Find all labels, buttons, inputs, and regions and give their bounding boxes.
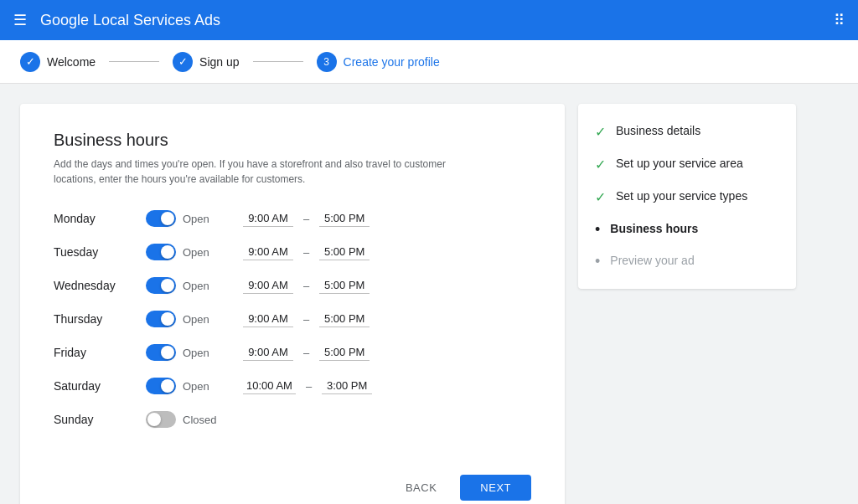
toggle-label-tuesday: Open <box>183 246 209 259</box>
business-hours-card: Business hours Add the days and times yo… <box>20 104 565 504</box>
toggle-container-saturday: Open <box>146 378 230 394</box>
time-separator-thursday: – <box>303 313 309 326</box>
sidebar-label-service-types: Set up your service types <box>616 189 747 203</box>
day-row-wednesday: WednesdayOpen9:00 AM–5:00 PM <box>54 277 531 294</box>
open-time-friday[interactable]: 9:00 AM <box>243 344 293 361</box>
time-separator-wednesday: – <box>303 280 309 292</box>
time-range-wednesday: 9:00 AM–5:00 PM <box>243 277 370 294</box>
toggle-container-monday: Open <box>146 210 230 227</box>
sidebar-item-service-area: ✓Set up your service area <box>595 157 779 172</box>
sidebar-label-service-area: Set up your service area <box>616 157 743 170</box>
time-separator-monday: – <box>303 213 309 225</box>
toggle-wednesday[interactable] <box>146 277 176 294</box>
step-profile: 3 Create your profile <box>317 52 440 72</box>
toggle-container-sunday: Closed <box>146 411 230 428</box>
dot-icon-business-hours: • <box>595 222 600 237</box>
day-row-saturday: SaturdayOpen10:00 AM–3:00 PM <box>54 378 531 394</box>
toggle-label-thursday: Open <box>183 313 209 326</box>
toggle-knob-sunday <box>147 413 161 426</box>
back-button[interactable]: BACK <box>392 475 450 501</box>
day-row-monday: MondayOpen9:00 AM–5:00 PM <box>54 210 531 227</box>
step-connector-1 <box>109 61 159 62</box>
toggle-label-sunday: Closed <box>183 414 216 426</box>
open-time-saturday[interactable]: 10:00 AM <box>243 378 296 394</box>
day-row-friday: FridayOpen9:00 AM–5:00 PM <box>54 344 531 361</box>
next-button[interactable]: NEXT <box>460 475 531 501</box>
sidebar-items-container: ✓Business details✓Set up your service ar… <box>595 124 779 269</box>
sidebar-label-business-hours: Business hours <box>610 222 698 235</box>
day-row-thursday: ThursdayOpen9:00 AM–5:00 PM <box>54 311 531 327</box>
step-welcome-label: Welcome <box>47 55 96 69</box>
close-time-wednesday[interactable]: 5:00 PM <box>319 277 370 294</box>
toggle-thursday[interactable] <box>146 311 176 327</box>
day-row-sunday: SundayClosed <box>54 411 531 428</box>
toggle-sunday[interactable] <box>146 411 176 428</box>
toggle-knob-friday <box>161 346 174 359</box>
dot-icon-preview-ad: • <box>595 254 600 269</box>
open-time-wednesday[interactable]: 9:00 AM <box>243 277 293 294</box>
toggle-container-thursday: Open <box>146 311 230 327</box>
toggle-saturday[interactable] <box>146 378 176 394</box>
day-name-monday: Monday <box>54 212 146 225</box>
step-signup-label: Sign up <box>199 55 239 69</box>
toggle-knob-tuesday <box>161 245 174 259</box>
time-range-tuesday: 9:00 AM–5:00 PM <box>243 244 370 260</box>
toggle-friday[interactable] <box>146 344 176 361</box>
toggle-knob-monday <box>161 212 174 225</box>
step-welcome-circle <box>20 52 40 72</box>
sidebar-item-service-types: ✓Set up your service types <box>595 189 779 205</box>
stepper: Welcome Sign up 3 Create your profile <box>0 40 858 84</box>
menu-icon[interactable]: ☰ <box>13 11 27 29</box>
time-range-monday: 9:00 AM–5:00 PM <box>243 210 370 227</box>
step-welcome: Welcome <box>20 52 96 72</box>
day-name-saturday: Saturday <box>54 379 146 393</box>
toggle-label-saturday: Open <box>183 380 209 393</box>
sidebar-label-preview-ad: Preview your ad <box>610 254 694 267</box>
toggle-container-friday: Open <box>146 344 230 361</box>
time-range-friday: 9:00 AM–5:00 PM <box>243 344 370 361</box>
toggle-knob-wednesday <box>161 279 174 292</box>
time-separator-saturday: – <box>306 380 312 393</box>
check-icon-business-details: ✓ <box>595 124 606 140</box>
toggle-tuesday[interactable] <box>146 244 176 260</box>
open-time-tuesday[interactable]: 9:00 AM <box>243 244 293 260</box>
open-time-thursday[interactable]: 9:00 AM <box>243 311 293 327</box>
toggle-knob-saturday <box>161 379 174 393</box>
toggle-knob-thursday <box>161 312 174 326</box>
toggle-label-friday: Open <box>183 347 209 359</box>
sidebar-item-preview-ad: •Preview your ad <box>595 254 779 269</box>
toggle-label-monday: Open <box>183 213 209 225</box>
card-footer: BACK NEXT <box>54 461 531 501</box>
days-container: MondayOpen9:00 AM–5:00 PMTuesdayOpen9:00… <box>54 210 531 428</box>
check-icon-service-types: ✓ <box>595 189 606 205</box>
close-time-thursday[interactable]: 5:00 PM <box>319 311 370 327</box>
card-description: Add the days and times you're open. If y… <box>54 157 456 187</box>
step-profile-label: Create your profile <box>344 55 440 69</box>
day-name-tuesday: Tuesday <box>54 245 146 259</box>
main-content: Business hours Add the days and times yo… <box>0 84 858 504</box>
time-range-saturday: 10:00 AM–3:00 PM <box>243 378 372 394</box>
grid-icon[interactable]: ⠿ <box>834 11 845 29</box>
close-time-friday[interactable]: 5:00 PM <box>319 344 370 361</box>
time-separator-friday: – <box>303 347 309 359</box>
close-time-tuesday[interactable]: 5:00 PM <box>319 244 370 260</box>
card-title: Business hours <box>54 131 531 150</box>
header: ☰ Google Local Services Ads ⠿ <box>0 0 858 40</box>
time-separator-tuesday: – <box>303 246 309 259</box>
day-name-sunday: Sunday <box>54 413 146 426</box>
step-signup-circle <box>173 52 193 72</box>
toggle-monday[interactable] <box>146 210 176 227</box>
day-name-wednesday: Wednesday <box>54 279 146 292</box>
app-title: Google Local Services Ads <box>40 12 220 29</box>
day-name-friday: Friday <box>54 346 146 359</box>
toggle-container-wednesday: Open <box>146 277 230 294</box>
day-name-thursday: Thursday <box>54 312 146 326</box>
day-row-tuesday: TuesdayOpen9:00 AM–5:00 PM <box>54 244 531 260</box>
close-time-saturday[interactable]: 3:00 PM <box>322 378 372 394</box>
toggle-label-wednesday: Open <box>183 280 209 292</box>
sidebar-label-business-details: Business details <box>616 124 700 137</box>
sidebar-item-business-hours: •Business hours <box>595 222 779 237</box>
open-time-monday[interactable]: 9:00 AM <box>243 210 293 227</box>
step-profile-circle: 3 <box>317 52 337 72</box>
close-time-monday[interactable]: 5:00 PM <box>319 210 370 227</box>
